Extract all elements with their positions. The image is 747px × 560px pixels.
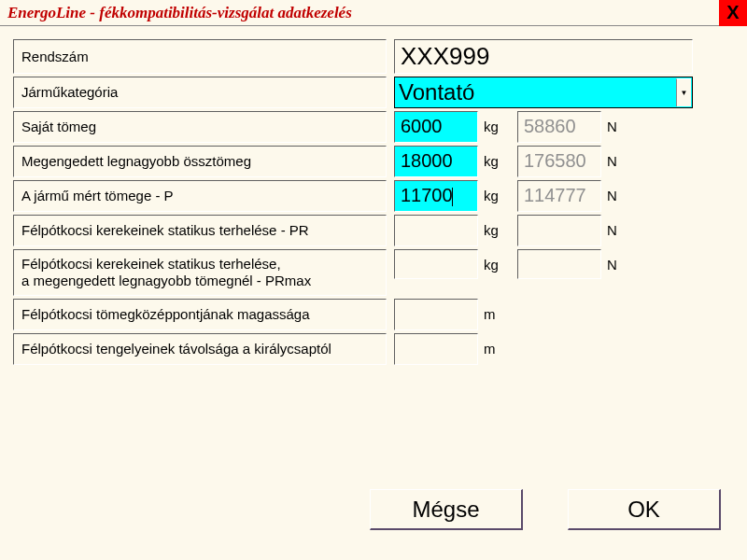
input-sajat-tomeg-kg[interactable]: 6000 — [394, 111, 478, 143]
label-rendszam: Rendszám — [13, 39, 387, 74]
label-mert-tomeg: A jármű mért tömege - P — [13, 180, 387, 212]
unit-n: N — [601, 249, 624, 296]
select-kategoria[interactable]: Vontató ▼ — [394, 77, 693, 108]
input-prmax-kg[interactable] — [394, 249, 478, 279]
input-megengedett-kg[interactable]: 18000 — [394, 146, 478, 177]
label-tavolsag: Félpótkocsi tengelyeinek távolsága a kir… — [13, 333, 387, 365]
unit-m: m — [478, 333, 510, 365]
ok-button[interactable]: OK — [568, 489, 721, 530]
input-pr-n — [517, 215, 601, 246]
unit-kg: kg — [478, 180, 510, 212]
input-megengedett-n: 176580 — [517, 146, 601, 177]
input-pr-kg[interactable] — [394, 215, 478, 246]
unit-n: N — [601, 111, 624, 143]
unit-kg: kg — [478, 215, 510, 246]
unit-n: N — [601, 146, 624, 177]
input-rendszam[interactable]: XXX999 — [394, 39, 693, 74]
unit-kg: kg — [478, 249, 510, 296]
cancel-button[interactable]: Mégse — [370, 489, 523, 530]
titlebar: EnergoLine - fékkompatibilitás-vizsgálat… — [0, 0, 747, 26]
input-magassag[interactable] — [394, 299, 478, 330]
input-mert-tomeg-n: 114777 — [517, 180, 601, 212]
unit-kg: kg — [478, 146, 510, 177]
chevron-down-icon[interactable]: ▼ — [676, 78, 691, 106]
unit-kg: kg — [478, 111, 510, 143]
label-kategoria: Járműkategória — [13, 77, 387, 108]
form-area: Rendszám XXX999 Járműkategória Vontató ▼… — [0, 26, 747, 365]
label-magassag: Félpótkocsi tömegközéppontjának magasság… — [13, 299, 387, 330]
label-pr: Félpótkocsi kerekeinek statikus terhelés… — [13, 215, 387, 246]
text-cursor — [452, 188, 453, 206]
app-title: EnergoLine - fékkompatibilitás-vizsgálat… — [7, 4, 352, 22]
input-sajat-tomeg-n: 58860 — [517, 111, 601, 143]
unit-n: N — [601, 180, 624, 212]
select-kategoria-value: Vontató — [399, 79, 474, 105]
unit-n: N — [601, 215, 624, 246]
input-prmax-n — [517, 249, 601, 279]
label-prmax: Félpótkocsi kerekeinek statikus terhelés… — [13, 249, 387, 296]
input-tavolsag[interactable] — [394, 333, 478, 365]
input-mert-tomeg-kg[interactable]: 11700 — [394, 180, 478, 212]
button-row: Mégse OK — [370, 489, 721, 530]
unit-m: m — [478, 299, 510, 330]
close-button[interactable]: X — [719, 0, 747, 26]
label-sajat-tomeg: Saját tömeg — [13, 111, 387, 143]
label-megengedett: Megengedett legnagyobb össztömeg — [13, 146, 387, 177]
